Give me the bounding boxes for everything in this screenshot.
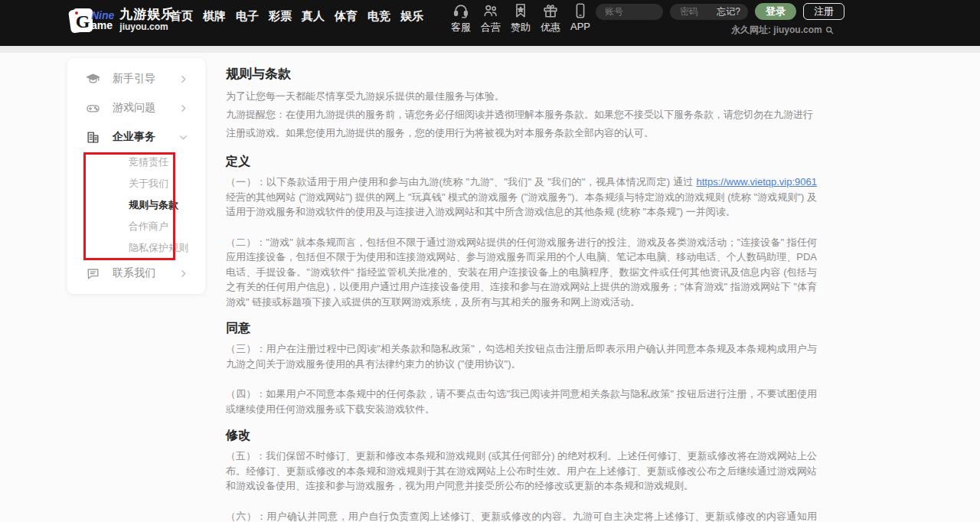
chat-icon xyxy=(86,266,100,281)
intro-paragraph: 九游提醒您：在使用九游提供的服务前，请您务必仔细阅读并透彻理解本服务条款。如果您… xyxy=(226,106,817,142)
permanent-url-text: 永久网址: jiuyou.com xyxy=(731,24,822,37)
top-navbar: G Nine ame 九游娱乐 jiuyou.com 首页棋牌电子彩票真人体育电… xyxy=(0,0,980,46)
quick-link-promo[interactable]: 优惠 xyxy=(541,2,560,34)
quick-link-label: 合营 xyxy=(481,21,501,34)
quick-link-service[interactable]: 客服 xyxy=(451,2,471,34)
nav-item-4[interactable]: 真人 xyxy=(302,9,325,24)
sidebar-subitem-rules-terms[interactable]: 规则与条款 xyxy=(67,194,205,216)
quick-links: 客服合营赞助优惠APP xyxy=(451,2,590,34)
nav-item-7[interactable]: 娱乐 xyxy=(400,9,423,24)
password-input[interactable] xyxy=(680,6,710,17)
nav-item-0[interactable]: 首页 xyxy=(170,9,193,24)
nav-item-1[interactable]: 棋牌 xyxy=(203,9,226,24)
forgot-password-link[interactable]: 忘记? xyxy=(717,5,740,18)
nav-item-6[interactable]: 电竞 xyxy=(368,9,390,24)
logo-chinese: 九游娱乐 jiuyou.com xyxy=(119,8,175,34)
sidebar-item-label: 企业事务 xyxy=(113,130,178,144)
graduation-cap-icon xyxy=(86,72,100,86)
sidebar-item-label: 联系我们 xyxy=(113,266,178,280)
login-button[interactable]: 登录 xyxy=(755,3,796,20)
register-button[interactable]: 注册 xyxy=(803,3,844,20)
nav-item-5[interactable]: 体育 xyxy=(335,9,358,24)
sidebar-item-game-issues[interactable]: 游戏问题 xyxy=(67,93,205,122)
terms-sections: 定义（一）：以下条款适用于用户使用和参与由九游(统称 "九游"、"我们" 及 "… xyxy=(226,153,817,522)
intro-block: 为了让您每一天都能尽情享受九游娱乐提供的最佳服务与体验。九游提醒您：在使用九游提… xyxy=(226,87,817,142)
permanent-url: 永久网址: jiuyou.com xyxy=(731,24,835,37)
svg-text:G: G xyxy=(76,11,90,31)
sponsor-icon xyxy=(512,2,529,19)
building-icon xyxy=(86,130,100,145)
terms-paragraph: （一）：以下条款适用于用户使用和参与由九游(统称 "九游"、"我们" 及 "我们… xyxy=(226,175,817,220)
sidebar-item-contact-us[interactable]: 联系我们 xyxy=(67,259,205,288)
headset-icon xyxy=(452,2,469,19)
account-input[interactable] xyxy=(596,4,663,20)
password-pill: 忘记? xyxy=(670,4,748,20)
sidebar-subitem-label: 竞猜责任 xyxy=(129,155,168,169)
sidebar-subitem-label: 规则与条款 xyxy=(129,198,178,212)
terms-paragraph: （四）：如果用户不同意本条规中的任何条款，请不要点击勾选"我已阅读并同意相关条款… xyxy=(226,387,817,416)
sidebar-subitem-about-us[interactable]: 关于我们 xyxy=(67,173,205,194)
auth-row: 忘记? 登录 注册 xyxy=(596,3,844,20)
sidebar: 新手引导游戏问题企业事务竞猜责任关于我们规则与条款合作商户隐私保护规则联系我们 xyxy=(67,58,205,294)
chevron-right-icon xyxy=(178,74,188,84)
terms-paragraph: （五）：我们保留不时修订、更新和修改本条规和游戏规则 (或其任何部分) 的绝对权… xyxy=(226,449,817,494)
chevron-right-icon xyxy=(178,103,188,113)
nav-item-3[interactable]: 彩票 xyxy=(269,9,292,24)
quick-link-label: 优惠 xyxy=(541,21,560,34)
gift-icon xyxy=(542,2,559,19)
quick-link-app[interactable]: APP xyxy=(570,2,590,34)
quick-link-label: 客服 xyxy=(451,21,471,34)
quick-link-label: 赞助 xyxy=(511,21,531,34)
sidebar-subitem-privacy-rules[interactable]: 隐私保护规则 xyxy=(67,237,205,259)
quick-link-sponsor[interactable]: 赞助 xyxy=(511,2,531,34)
terms-paragraph: （三）：用户在注册过程中已阅读"相关条款和隐私政策"，勾选相关按钮点击注册后即表… xyxy=(226,341,817,371)
phone-icon xyxy=(572,2,589,19)
sidebar-subitem-label: 合作商户 xyxy=(129,220,168,233)
chevron-right-icon xyxy=(178,269,188,279)
nav-item-2[interactable]: 电子 xyxy=(236,9,259,24)
sidebar-subitem-betting-responsibility[interactable]: 竞猜责任 xyxy=(67,152,205,173)
intro-paragraph: 为了让您每一天都能尽情享受九游娱乐提供的最佳服务与体验。 xyxy=(226,87,817,106)
main-nav: 首页棋牌电子彩票真人体育电竞娱乐 xyxy=(170,9,423,24)
sidebar-item-label: 新手引导 xyxy=(113,72,178,86)
sidebar-item-beginner-guide[interactable]: 新手引导 xyxy=(67,64,205,93)
section-heading-1: 同意 xyxy=(226,320,817,337)
logo-english: Nine ame xyxy=(91,11,114,31)
magnifier-icon[interactable] xyxy=(825,25,835,35)
sidebar-subitem-label: 隐私保护规则 xyxy=(129,241,188,255)
main-content: 规则与条款 为了让您每一天都能尽情享受九游娱乐提供的最佳服务与体验。九游提醒您：… xyxy=(226,66,817,522)
terms-paragraph: （六）：用户确认并同意，用户自行负责查阅上述修订、更新或修改的内容。九游可自主决… xyxy=(226,509,817,522)
gamepad-icon xyxy=(86,101,100,116)
sidebar-item-corporate-affairs[interactable]: 企业事务 xyxy=(67,122,205,152)
quick-link-label: APP xyxy=(570,21,590,32)
terms-paragraph: （二）："游戏" 就本条规而言，包括但不限于通过游戏网站提供的任何游戏服务进行的… xyxy=(226,235,817,310)
logo[interactable]: G Nine ame 九游娱乐 jiuyou.com xyxy=(66,6,175,35)
subnav-strip xyxy=(0,46,980,53)
page-title: 规则与条款 xyxy=(226,66,817,83)
sidebar-subitem-label: 关于我们 xyxy=(129,177,168,191)
partners-icon xyxy=(482,2,499,19)
sidebar-subitem-partner-merchants[interactable]: 合作商户 xyxy=(67,216,205,237)
section-heading-0: 定义 xyxy=(226,153,817,170)
quick-link-partner[interactable]: 合营 xyxy=(481,2,501,34)
section-heading-2: 修改 xyxy=(226,427,817,444)
sidebar-item-label: 游戏问题 xyxy=(113,101,178,115)
external-link[interactable]: https://www.vietqp.vip:9061 xyxy=(696,176,817,188)
chevron-down-icon xyxy=(178,132,188,142)
